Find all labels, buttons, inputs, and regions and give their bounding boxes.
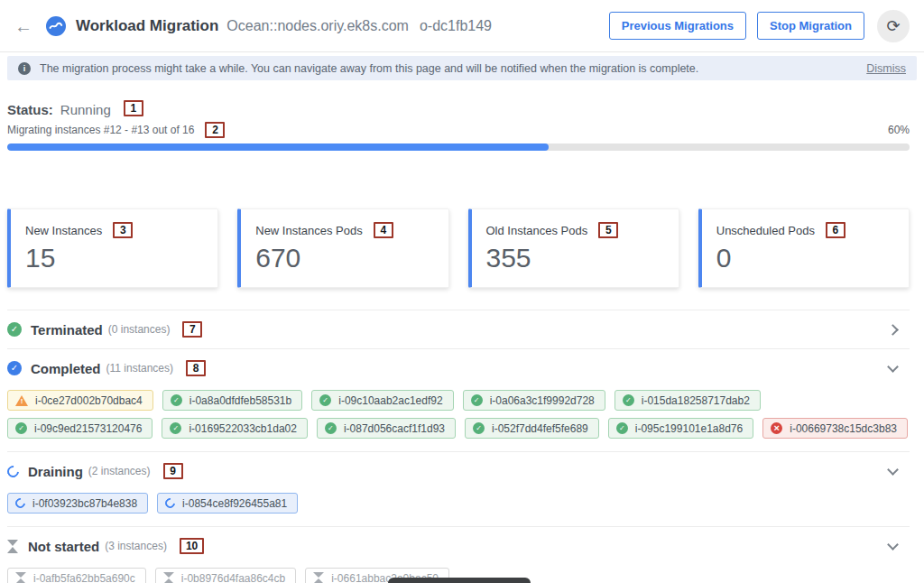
instance-chip[interactable]: i-00669738c15dc3b83 (762, 418, 908, 439)
instance-chip[interactable]: i-0854ce8f926455a81 (157, 493, 298, 514)
completed-check-circle-icon (7, 361, 22, 375)
status-value: Running (60, 102, 111, 117)
instance-id: i-087d056cacf1f1d93 (344, 422, 445, 435)
success-icon (15, 422, 27, 434)
card-new-instances: New Instances 3 15 (7, 208, 218, 288)
card-value: 670 (255, 245, 433, 272)
chevron-right-icon[interactable] (887, 324, 899, 336)
instance-chip[interactable]: i-09c10aab2ac1edf92 (311, 390, 453, 411)
hourglass-icon (7, 540, 19, 553)
instance-id: i-0ce27d002b70dbac4 (35, 394, 143, 407)
status-row: Status: Running 1 (7, 102, 910, 117)
instance-id: i-0a8a0dfdfeb58531b (189, 394, 291, 407)
section-not-started-header[interactable]: Not started (3 instances) 10 (7, 527, 910, 565)
instance-chip[interactable]: i-09c9ed21573120476 (7, 418, 152, 439)
pending-icon (163, 572, 174, 583)
draining-icon (163, 496, 177, 510)
back-arrow-icon[interactable]: ← (14, 17, 32, 35)
page-title: Workload Migration (76, 17, 218, 35)
section-count: (2 instances) (88, 465, 151, 477)
annotation-badge-2: 2 (205, 122, 225, 138)
pending-icon (313, 572, 324, 583)
annotation-badge-1: 1 (124, 100, 143, 116)
section-count: (0 instances) (108, 323, 171, 336)
instance-id: i-09c10aab2ac1edf92 (338, 394, 442, 407)
success-icon (616, 422, 628, 434)
instance-id: i-0f03923bc87b4e838 (32, 497, 137, 510)
chips-completed: i-0ce27d002b70dbac4 i-0a8a0dfdfeb58531b … (7, 387, 910, 451)
card-label: Unscheduled Pods (716, 224, 815, 237)
progress-bar-fill (7, 143, 549, 151)
progress-percent: 60% (888, 124, 910, 136)
section-terminated-header[interactable]: Terminated (0 instances) 7 (7, 310, 910, 348)
instance-chip[interactable]: i-052f7dd4fef5fe689 (465, 418, 599, 439)
instance-chip[interactable]: i-0ce27d002b70dbac4 (7, 390, 153, 411)
instance-chip[interactable]: i-0afb5fa62bb5a690c (7, 568, 146, 583)
section-title: Draining (28, 464, 83, 479)
error-icon (771, 422, 782, 434)
instance-chip[interactable]: i-0a06a3c1f9992d728 (463, 390, 605, 411)
instance-chip[interactable]: i-0169522033cb1da02 (162, 418, 307, 439)
info-banner: i The migration process might take a whi… (7, 56, 917, 80)
annotation-badge-8: 8 (186, 360, 206, 376)
section-count: (3 instances) (105, 540, 167, 552)
chevron-down-icon[interactable] (887, 539, 899, 551)
card-old-instances-pods: Old Instances Pods 5 355 (468, 208, 679, 288)
card-label: New Instances Pods (255, 224, 363, 237)
card-value: 355 (486, 245, 664, 272)
draining-spinner-icon (5, 463, 21, 479)
instance-chip[interactable]: i-015da18258717dab2 (614, 390, 761, 411)
chevron-down-icon[interactable] (887, 464, 899, 476)
success-icon (473, 422, 485, 434)
annotation-badge-4: 4 (374, 222, 393, 238)
instance-id: i-0169522033cb1da02 (189, 422, 296, 435)
section-title: Not started (28, 539, 99, 554)
previous-migrations-button[interactable]: Previous Migrations (609, 12, 746, 40)
section-title: Terminated (31, 322, 103, 338)
section-draining-header[interactable]: Draining (2 instances) 9 (7, 452, 910, 490)
instance-id: i-00669738c15dc3b83 (790, 422, 897, 435)
warning-icon (15, 395, 28, 406)
instance-chip[interactable]: i-0a8a0dfdfeb58531b (162, 390, 302, 411)
section-terminated: Terminated (0 instances) 7 (7, 310, 910, 348)
cluster-name: Ocean::nodes.oriy.ek8s.com (226, 18, 409, 34)
annotation-badge-3: 3 (113, 222, 133, 238)
chevron-down-icon[interactable] (887, 361, 899, 373)
annotation-badge-10: 10 (180, 538, 204, 554)
banner-text: The migration process might take a while… (40, 62, 698, 75)
card-value: 0 (716, 245, 894, 272)
draining-icon (14, 496, 27, 510)
instance-id: i-0afb5fa62bb5a690c (33, 572, 135, 583)
progress-bar (7, 143, 910, 151)
instance-id: i-0a06a3c1f9992d728 (490, 394, 595, 407)
instance-chip[interactable]: i-095c199101e1a8d76 (608, 418, 753, 439)
instance-id: i-09c9ed21573120476 (34, 422, 142, 435)
status-label: Status: (7, 102, 53, 117)
success-icon (319, 394, 331, 406)
section-draining: Draining (2 instances) 9 i-0f03923bc87b4… (7, 451, 910, 526)
annotation-badge-7: 7 (182, 321, 202, 338)
instance-id: i-0854ce8f926455a81 (182, 497, 287, 510)
instance-chip[interactable]: i-0b8976d4faa86c4cb (155, 568, 296, 583)
section-completed-header[interactable]: Completed (11 instances) 8 (7, 349, 910, 387)
card-unscheduled-pods: Unscheduled Pods 6 0 (698, 208, 910, 288)
info-icon: i (18, 62, 31, 75)
stop-migration-button[interactable]: Stop Migration (757, 12, 864, 40)
instance-sections: Terminated (0 instances) 7 Completed (11… (7, 310, 910, 583)
success-icon (170, 422, 181, 434)
card-label: New Instances (25, 224, 102, 237)
annotation-badge-5: 5 (598, 222, 618, 238)
success-icon (325, 422, 337, 434)
instance-chip[interactable]: i-0f03923bc87b4e838 (7, 493, 148, 514)
refresh-icon[interactable]: ⟳ (877, 10, 910, 42)
dismiss-link[interactable]: Dismiss (866, 62, 906, 75)
instance-id: i-052f7dd4fef5fe689 (492, 422, 588, 435)
instance-id: i-015da18258717dab2 (642, 394, 750, 407)
bottom-overlay-bar (388, 578, 531, 583)
instance-id: i-0b8976d4faa86c4cb (181, 572, 285, 583)
instance-chip[interactable]: i-087d056cacf1f1d93 (317, 418, 456, 439)
section-count: (11 instances) (106, 362, 173, 375)
section-not-started: Not started (3 instances) 10 i-0afb5fa62… (7, 526, 910, 583)
stat-cards: New Instances 3 15 New Instances Pods 4 … (7, 208, 910, 288)
success-icon (171, 394, 182, 406)
